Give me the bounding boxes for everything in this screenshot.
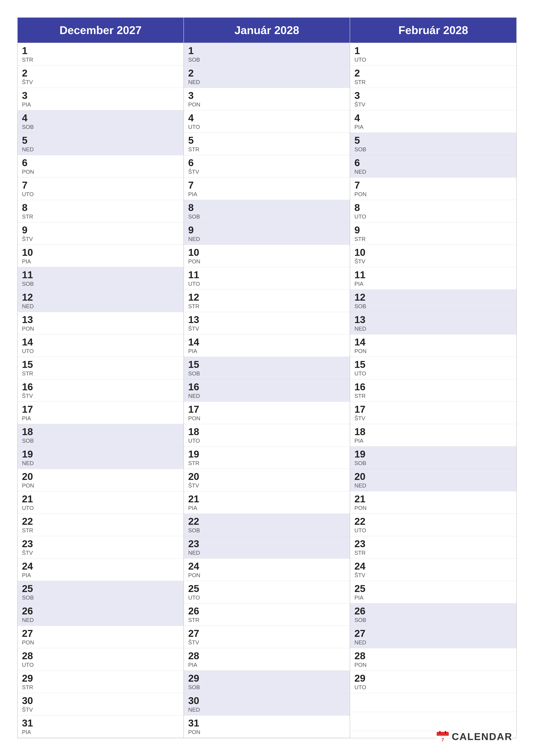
- day-row: 16STR: [350, 379, 516, 402]
- day-content: 5SOB: [354, 135, 369, 153]
- day-row: 6NED: [350, 155, 516, 177]
- day-row: 8STR: [18, 200, 184, 222]
- day-content: 28PON: [354, 650, 369, 668]
- day-name: ŠTV: [22, 706, 37, 713]
- day-name: UTO: [354, 370, 369, 377]
- day-content: 20NED: [354, 471, 369, 489]
- day-content: 27NED: [354, 628, 369, 646]
- day-content: 10PIA: [22, 247, 37, 265]
- day-name: SOB: [188, 56, 203, 63]
- day-content: 13NED: [354, 314, 369, 332]
- day-name: STR: [354, 550, 369, 556]
- day-number: 20: [354, 472, 369, 481]
- day-name: STR: [188, 460, 203, 467]
- day-number: 1: [354, 46, 369, 56]
- day-content: 7UTO: [22, 180, 37, 198]
- day-name: NED: [354, 325, 369, 332]
- day-name: STR: [354, 236, 369, 242]
- day-name: STR: [22, 56, 37, 63]
- day-row: 19SOB: [350, 446, 516, 469]
- day-content: 6ŠTV: [188, 157, 203, 175]
- day-row: 17PIA: [18, 402, 184, 424]
- day-number: 26: [188, 606, 203, 616]
- month-column-2: Február 20281UTO2STR3ŠTV4PIA5SOB6NED7PON…: [350, 18, 516, 738]
- day-row: 12SOB: [350, 290, 516, 312]
- day-content: 9STR: [354, 225, 369, 242]
- day-content: 1STR: [22, 45, 37, 63]
- calendar-grid: December 20271STR2ŠTV3PIA4SOB5NED6PON7UT…: [17, 17, 517, 738]
- day-row: 18SOB: [18, 424, 184, 446]
- day-name: NED: [188, 236, 203, 242]
- day-name: SOB: [188, 213, 203, 220]
- day-content: 22UTO: [354, 516, 369, 534]
- day-name: PIA: [354, 124, 369, 130]
- day-name: PIA: [22, 101, 37, 108]
- day-number: 12: [188, 292, 203, 302]
- day-name: SOB: [354, 303, 369, 310]
- day-name: PON: [188, 258, 203, 265]
- day-content: 19STR: [188, 449, 203, 467]
- calendar-logo-icon: 7: [436, 730, 449, 743]
- day-number: 21: [188, 494, 203, 504]
- day-number: 4: [22, 113, 37, 123]
- day-row: 31PON: [184, 716, 350, 738]
- day-name: UTO: [22, 191, 37, 198]
- day-content: 16ŠTV: [22, 381, 37, 399]
- day-row: 7UTO: [18, 177, 184, 200]
- day-content: 14PON: [354, 337, 369, 355]
- day-name: ŠTV: [188, 169, 203, 175]
- day-row: 20NED: [350, 469, 516, 491]
- day-row: 14PIA: [184, 335, 350, 357]
- day-content: 7PIA: [188, 180, 203, 198]
- day-name: ŠTV: [354, 101, 369, 108]
- day-number: 11: [22, 270, 37, 280]
- day-row: 22STR: [18, 514, 184, 536]
- day-name: SOB: [22, 438, 37, 444]
- day-name: UTO: [354, 684, 369, 691]
- day-number: 8: [188, 202, 203, 212]
- day-name: SOB: [188, 684, 203, 691]
- day-row: 11UTO: [184, 267, 350, 290]
- day-name: PON: [354, 191, 369, 198]
- day-content: 8STR: [22, 202, 37, 220]
- day-number: 19: [188, 449, 203, 459]
- day-name: STR: [22, 684, 37, 691]
- day-content: 23NED: [188, 538, 203, 556]
- logo-text: CALENDAR: [452, 731, 513, 742]
- day-number: 27: [22, 629, 37, 638]
- day-name: UTO: [22, 662, 37, 668]
- day-name: NED: [354, 169, 369, 175]
- day-number: 22: [22, 516, 37, 526]
- day-number: 17: [188, 404, 203, 414]
- day-content: 9NED: [188, 225, 203, 242]
- day-number: 1: [22, 46, 37, 56]
- day-row: 28UTO: [18, 648, 184, 671]
- day-number: 18: [188, 427, 203, 437]
- day-row: 2STR: [350, 66, 516, 88]
- day-name: PIA: [22, 258, 37, 265]
- day-content: 7PON: [354, 180, 369, 198]
- day-row: 7PON: [350, 177, 516, 200]
- day-name: UTO: [354, 56, 369, 63]
- day-number: 15: [188, 360, 203, 369]
- day-content: 28PIA: [188, 650, 203, 668]
- day-number: 4: [354, 113, 369, 123]
- day-name: SOB: [354, 146, 369, 153]
- day-content: 2STR: [354, 68, 369, 86]
- day-content: 24PIA: [22, 561, 37, 579]
- day-content: 27PON: [22, 628, 37, 646]
- day-number: 14: [188, 337, 203, 347]
- day-name: UTO: [188, 124, 203, 130]
- day-name: ŠTV: [22, 236, 37, 242]
- day-number: 1: [188, 46, 203, 56]
- day-content: 6PON: [22, 157, 37, 175]
- day-number: 3: [354, 91, 369, 100]
- day-number: 24: [188, 561, 203, 571]
- day-row: 16NED: [184, 379, 350, 402]
- day-name: NED: [188, 393, 203, 399]
- day-row: 5SOB: [350, 133, 516, 155]
- day-number: 11: [354, 270, 369, 280]
- day-row: 4UTO: [184, 110, 350, 133]
- day-number: 25: [188, 583, 203, 594]
- day-name: STR: [188, 146, 203, 153]
